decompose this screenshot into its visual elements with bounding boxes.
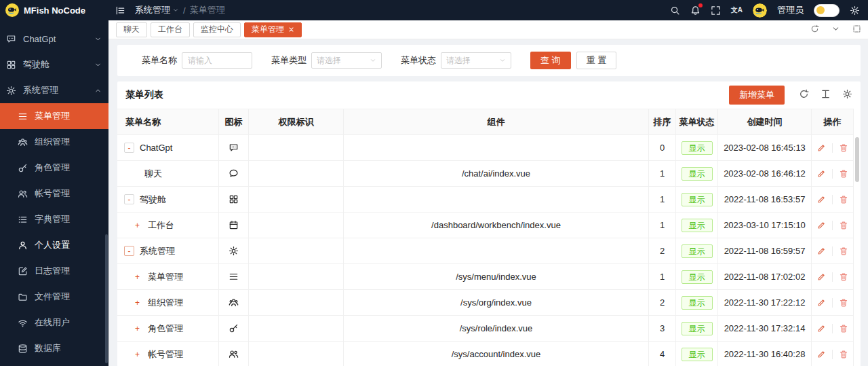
table-scrollbar-thumb[interactable] [855,137,859,182]
menu-icon-cell [219,187,249,213]
edit-button[interactable] [816,169,826,179]
delete-button[interactable] [839,195,848,204]
component-cell: /sys/org/index.vue [344,290,649,316]
person-icon [18,240,28,251]
sidebar-item[interactable]: 驾驶舱 [0,52,108,77]
created-time: 2022-11-08 16:59:57 [724,246,806,256]
menu-icon [18,111,28,122]
menu-fold-icon[interactable] [115,5,125,16]
breadcrumb-root[interactable]: 系统管理 [135,4,179,16]
sidebar-subitem[interactable]: 帐号管理 [0,181,108,206]
sidebar-subitem[interactable]: 角色管理 [0,155,108,181]
sort-value: 1 [660,194,665,204]
sidebar-item[interactable]: ChatGpt [0,26,108,52]
edit-button[interactable] [816,221,826,230]
breadcrumb-current: 菜单管理 [190,4,225,16]
tab-item[interactable]: 工作台 [151,22,190,37]
notification-bell-icon[interactable] [690,5,701,16]
select-dropdown[interactable]: 请选择 [441,52,511,69]
expand-toggle[interactable]: + [132,272,142,282]
operation-divider [832,298,833,308]
theme-toggle[interactable] [814,4,840,17]
query-button[interactable]: 查 询 [530,52,571,69]
operations-cell [812,187,854,213]
sidebar-subitem[interactable]: 个人设置 [0,232,108,258]
operations-cell [812,238,854,264]
table-header-row: 菜单名称图标权限标识组件排序菜单状态创建时间操作 [117,109,854,135]
edit-button[interactable] [816,195,826,204]
sidebar-subitem[interactable]: 字典管理 [0,206,108,232]
sidebar-subitem-label: 菜单管理 [35,110,70,122]
component-cell: /chat/ai/index.vue [344,161,649,187]
app-logo: MFish NoCode [0,0,108,20]
expand-toggle[interactable]: + [132,323,142,333]
sidebar-subitem[interactable]: 菜单管理 [0,103,108,129]
tab-item[interactable]: 菜单管理 [244,22,302,37]
operations-cell [812,342,854,366]
tab-item[interactable]: 聊天 [116,22,147,37]
delete-button[interactable] [839,169,848,179]
sidebar-item[interactable]: 系统管理 [0,77,108,103]
tab-label: 菜单管理 [252,24,284,35]
menu-name-cell: +帐号管理 [117,342,219,366]
translate-icon[interactable]: 文A [731,5,743,15]
operations-cell [812,213,854,238]
table-row: +菜单管理/sys/menu/index.vue1显示2022-11-08 17… [117,264,854,290]
sidebar-subitem[interactable]: 数据库 [0,335,108,361]
edit-button[interactable] [816,298,826,308]
created-time: 2023-03-10 17:15:10 [724,220,806,230]
delete-button[interactable] [839,298,848,308]
edit-button[interactable] [816,143,826,153]
component-path: /sys/role/index.vue [460,323,533,333]
collapse-toggle[interactable]: - [124,143,134,153]
column-settings-icon[interactable] [842,89,852,101]
tab-chevron-down-icon[interactable] [831,24,840,35]
sidebar-scrollbar-thumb[interactable] [105,234,108,363]
expand-toggle[interactable]: + [132,220,142,230]
edit-button[interactable] [816,350,826,359]
user-avatar[interactable] [753,3,767,18]
maximize-icon[interactable] [852,24,861,35]
row-height-icon[interactable] [821,89,831,101]
operation-divider [832,195,833,204]
collapse-toggle[interactable]: - [124,194,134,204]
collapse-toggle[interactable]: - [124,246,134,256]
created-time: 2022-11-08 16:53:57 [724,194,806,204]
sidebar-subitem[interactable]: 组织管理 [0,129,108,155]
select-dropdown[interactable]: 请选择 [311,52,382,69]
menu-icon-cell [219,135,249,161]
sidebar-subitem[interactable]: 在线用户 [0,310,108,335]
expand-toggle[interactable]: + [132,349,142,359]
reset-button[interactable]: 重 置 [576,52,617,69]
table-row: -驾驶舱1显示2022-11-08 16:53:57 [117,187,854,213]
search-icon[interactable] [670,5,680,16]
delete-button[interactable] [839,221,848,230]
sidebar-subitem[interactable]: 日志管理 [0,258,108,284]
edit-button[interactable] [816,272,826,282]
delete-button[interactable] [839,324,848,333]
sort-cell: 1 [649,161,676,187]
settings-gear-icon[interactable] [850,5,860,16]
username-label[interactable]: 管理员 [777,4,804,16]
sidebar-subitem[interactable]: 文件管理 [0,284,108,310]
edit-button[interactable] [816,324,826,333]
expand-toggle[interactable]: + [132,297,142,308]
delete-button[interactable] [839,143,848,153]
permission-cell [249,238,344,264]
delete-button[interactable] [839,272,848,282]
created-time-cell: 2022-11-30 17:22:12 [718,290,812,316]
app-window: MFish NoCode ChatGpt驾驶舱系统管理菜单管理组织管理角色管理帐… [0,0,868,366]
add-menu-button[interactable]: 新增菜单 [729,86,785,105]
menu-name-cell: +菜单管理 [117,264,219,290]
close-icon[interactable] [288,25,294,35]
refresh-icon[interactable] [810,24,819,35]
edit-button[interactable] [816,246,826,256]
fullscreen-icon[interactable] [711,5,721,16]
menu-name-input[interactable] [182,52,252,69]
delete-button[interactable] [839,246,848,256]
delete-button[interactable] [839,350,848,359]
tab-item[interactable]: 监控中心 [193,22,241,37]
component-cell: /sys/account/index.vue [344,342,649,366]
table-refresh-icon[interactable] [799,89,809,101]
menu-name: 组织管理 [148,297,183,309]
